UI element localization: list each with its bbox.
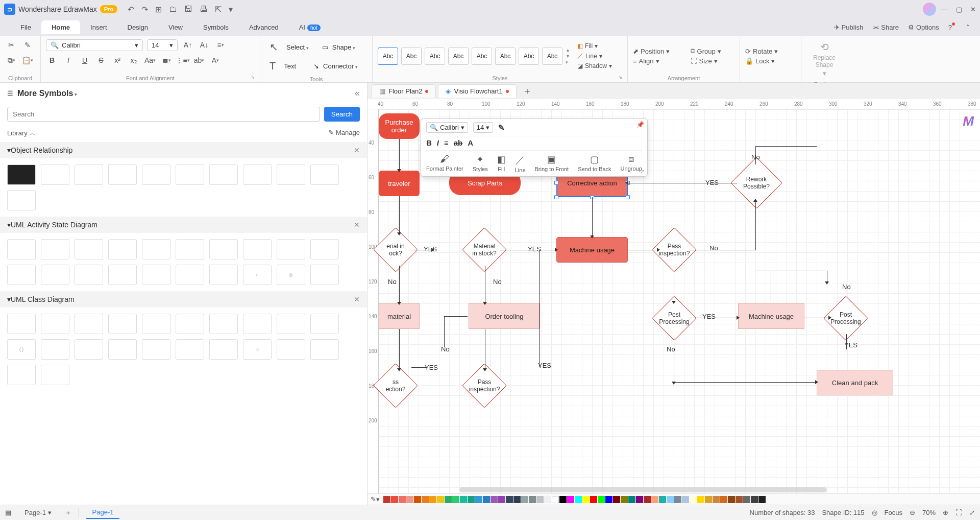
style-preset[interactable]: Abc (448, 48, 469, 65)
shape-stencil[interactable] (310, 314, 339, 334)
shape-stencil[interactable] (310, 164, 339, 185)
color-swatch[interactable] (498, 496, 505, 503)
connector[interactable] (827, 271, 827, 282)
color-swatch[interactable] (399, 496, 406, 503)
collapse-ribbon-icon[interactable]: ˄ (966, 23, 970, 31)
font-size-select[interactable]: 14▾ (147, 39, 178, 51)
node-pass-inspection[interactable]: Pass inspection? (658, 234, 690, 266)
strikethrough-icon[interactable]: S (95, 54, 107, 66)
zoom-level[interactable]: 70% (922, 509, 936, 516)
focus-mode-icon[interactable]: ◎ (872, 509, 877, 516)
fill-button[interactable]: ◧Fill ▾ (577, 42, 612, 50)
style-preset[interactable]: Abc (495, 48, 516, 65)
color-swatch[interactable] (636, 496, 643, 503)
case-icon[interactable]: Aa (144, 54, 156, 66)
float-bold-icon[interactable]: B (426, 138, 432, 147)
shape-stencil[interactable] (176, 339, 204, 360)
shape-stencil[interactable] (243, 239, 272, 259)
align-button[interactable]: ≡Align▾ (633, 57, 683, 65)
node-material-stock-left[interactable]: erial in ock? (380, 234, 411, 266)
italic-icon[interactable]: I (62, 54, 75, 66)
share-button[interactable]: ⫘Share (872, 23, 899, 31)
connector[interactable] (804, 318, 829, 318)
shape-stencil[interactable] (310, 339, 339, 360)
font-family-select[interactable]: 🔍Calibri▾ (46, 39, 143, 51)
shape-stencil[interactable] (75, 164, 103, 185)
connector[interactable] (674, 382, 816, 383)
symbol-search-input[interactable] (7, 107, 320, 122)
shape-stencil[interactable] (108, 265, 137, 285)
color-swatch[interactable] (406, 496, 413, 503)
node-purchase-order[interactable]: Purchase order (379, 113, 420, 139)
color-swatch[interactable] (452, 496, 459, 503)
qat-more-icon[interactable]: ▾ (229, 5, 233, 14)
style-preset[interactable]: Abc (542, 48, 562, 65)
color-swatch[interactable] (445, 496, 452, 503)
maximize-icon[interactable]: ▢ (956, 6, 962, 13)
help-button[interactable]: ? (948, 23, 957, 31)
shape-stencil[interactable] (7, 365, 36, 385)
connector[interactable] (485, 266, 485, 302)
connector-tool[interactable]: Connector (323, 62, 358, 70)
fit-page-icon[interactable]: ⛶ (955, 509, 962, 516)
connector[interactable] (399, 329, 400, 369)
shape-stencil[interactable] (41, 314, 69, 334)
color-swatch[interactable] (667, 496, 674, 503)
subscript-icon[interactable]: x₂ (128, 54, 140, 66)
connector[interactable] (674, 266, 674, 301)
color-swatch[interactable] (728, 496, 735, 503)
color-swatch[interactable] (705, 496, 712, 503)
tab-home[interactable]: Home (41, 20, 80, 34)
gallery-up-icon[interactable]: ▲ (566, 48, 570, 53)
connector[interactable] (399, 139, 400, 170)
shape-stencil[interactable] (209, 239, 238, 259)
color-swatch[interactable] (758, 496, 766, 503)
shape-stencil[interactable] (108, 239, 137, 259)
shape-stencil[interactable] (209, 164, 238, 185)
node-material[interactable]: material (379, 303, 420, 329)
color-swatch[interactable] (414, 496, 421, 503)
canvas[interactable]: 40 60 80 100 120 140 160 180 200 M Purch… (368, 109, 980, 493)
shape-stencil[interactable] (7, 239, 36, 259)
manage-button[interactable]: ✎ Manage (328, 129, 360, 138)
publish-button[interactable]: ✈Publish (834, 23, 864, 31)
undo-icon[interactable]: ↶ (128, 5, 134, 14)
close-category-icon[interactable]: ✕ (354, 221, 360, 229)
text-tool[interactable]: T (265, 58, 280, 74)
more-symbols-dropdown[interactable]: More Symbols (17, 89, 77, 98)
shape-stencil[interactable] (75, 265, 103, 285)
shape-stencil[interactable]: ◇ (243, 339, 272, 360)
style-preset[interactable]: Abc (401, 48, 422, 65)
shape-tool[interactable]: Shape (332, 43, 355, 51)
canvas-scrollbar[interactable] (459, 487, 827, 492)
shape-stencil[interactable] (277, 339, 305, 360)
connector[interactable] (628, 250, 657, 250)
float-fontcolor-icon[interactable]: A (468, 138, 473, 147)
color-swatch[interactable] (567, 496, 574, 503)
focus-label[interactable]: Focus (885, 509, 902, 516)
format-painter-icon[interactable]: ✎ (21, 39, 34, 51)
cut-icon[interactable]: ✂ (5, 39, 17, 51)
shape-stencil[interactable]: ◎ (277, 265, 305, 285)
node-post-processing-2[interactable]: Post Processing (830, 302, 862, 334)
connector[interactable] (485, 329, 485, 369)
tab-symbols[interactable]: Symbols (193, 20, 239, 34)
shape-stencil[interactable] (75, 239, 103, 259)
node-machine-usage-2[interactable]: Machine usage (738, 303, 804, 329)
styles-dialog-icon[interactable]: ↘ (618, 74, 622, 80)
shape-stencil[interactable] (41, 339, 69, 360)
shape-stencil[interactable] (310, 239, 339, 259)
select-dropdown[interactable]: Select (286, 43, 309, 51)
connector[interactable] (399, 196, 400, 233)
shape-stencil[interactable] (310, 265, 339, 285)
color-swatch[interactable] (513, 496, 521, 503)
shape-stencil[interactable] (277, 314, 305, 334)
shape-stencil[interactable] (108, 314, 137, 334)
shape-stencil[interactable] (108, 339, 137, 360)
color-swatch[interactable] (391, 496, 398, 503)
category-uml-class[interactable]: ▾ UML Class Diagram✕ (0, 291, 367, 308)
shape-stencil[interactable] (176, 265, 204, 285)
float-format-painter[interactable]: 🖌Format Painter (426, 154, 463, 172)
color-swatch[interactable] (605, 496, 612, 503)
color-swatch[interactable] (697, 496, 704, 503)
